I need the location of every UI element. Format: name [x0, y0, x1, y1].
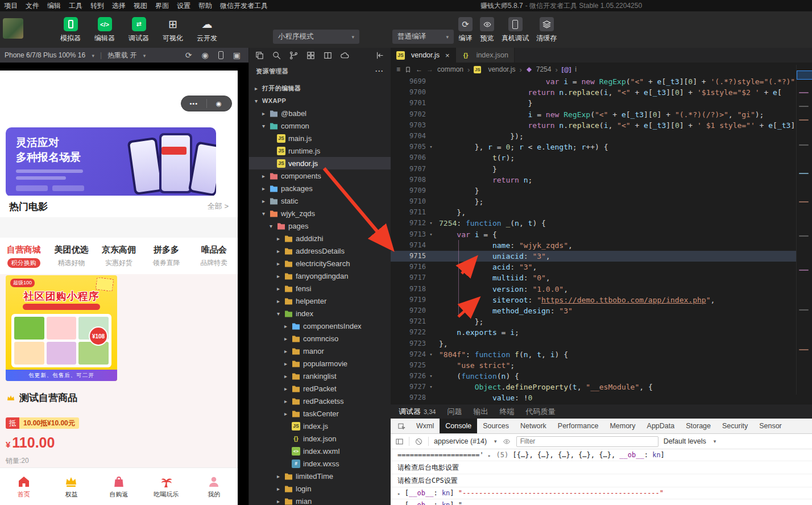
avatar[interactable]	[3, 18, 23, 39]
devtools-tab-security[interactable]: Security	[716, 419, 753, 433]
tree-wjyk_zqds[interactable]: ▾wjyk_zqds	[249, 207, 391, 220]
tree-addressDetails[interactable]: ▸addressDetails	[249, 245, 391, 257]
outline-icon[interactable]: ≡	[396, 65, 400, 73]
tabbar-item-crown[interactable]: 权益	[48, 468, 96, 505]
devtools-tab-console[interactable]: Console	[440, 419, 477, 433]
fold-arrow-icon[interactable]: ▾	[426, 382, 436, 392]
category-4[interactable]: 唯品会品牌特卖	[190, 238, 238, 274]
inspect-device-icon[interactable]	[393, 422, 411, 431]
menu-item[interactable]: 转到	[86, 1, 108, 11]
code-line-9718[interactable]: 9718 version: "1.0.0",	[391, 284, 812, 295]
context-select[interactable]: appservice (#14) ▾	[434, 437, 497, 445]
tree-limitedTime[interactable]: ▸limitedTime	[249, 470, 391, 482]
code-line-9705[interactable]: 9705▾ }, r = 0; r < e.length; r++) {	[391, 142, 812, 152]
devtools-tab-performance[interactable]: Performance	[552, 419, 604, 433]
code-line-9701[interactable]: 9701 }	[391, 98, 812, 109]
code-line-9715[interactable]: 9715 uniacid: "3",	[391, 251, 812, 262]
tree-index.wxml[interactable]: <>index.wxml	[249, 445, 391, 457]
menu-item[interactable]: 界面	[151, 1, 173, 11]
fold-arrow-icon[interactable]: ▾	[426, 142, 436, 152]
tree-redPacketss[interactable]: ▸redPacketss	[249, 395, 391, 407]
visualizer-button[interactable]: ⊞ 可视化	[158, 17, 188, 43]
console-row[interactable]: ▸ [__ob__: kn] "------------------------…	[391, 487, 812, 499]
fold-arrow-icon[interactable]: ▾	[426, 371, 436, 382]
tree-index[interactable]: ▾index	[249, 307, 391, 320]
product-name-row[interactable]: 测试自营商品	[6, 391, 77, 404]
simulator-button[interactable]: 模拟器	[56, 17, 85, 43]
extensions-icon[interactable]	[306, 51, 316, 60]
menu-item[interactable]: 工具	[65, 1, 86, 11]
code-line-9714[interactable]: 9714 name: "wjyk_zqds",	[391, 240, 812, 251]
split-editor-icon[interactable]	[323, 51, 333, 60]
hot-movies-more-link[interactable]: 全部 >	[208, 201, 229, 212]
devtools-tab-wxml[interactable]: Wxml	[411, 419, 440, 433]
code-line-9725[interactable]: 9725 "use strict";	[391, 360, 812, 371]
back-icon[interactable]: ←	[416, 65, 422, 73]
devtools-tab-sources[interactable]: Sources	[477, 419, 515, 433]
collapse-sidebar-icon[interactable]	[375, 51, 385, 60]
more-icon[interactable]: ···	[375, 67, 384, 75]
category-2[interactable]: 京东高佣实惠好货	[95, 238, 143, 274]
code-line-9711[interactable]: 9711 },	[391, 207, 812, 218]
fold-arrow-icon[interactable]: ▾	[426, 349, 436, 360]
debug-tab-debugger[interactable]: 调试器3,34	[399, 407, 436, 417]
tree-runtime.js[interactable]: JSruntime.js	[249, 144, 391, 157]
minimap-viewport[interactable]	[797, 71, 812, 80]
code-line-9720[interactable]: 9720 method_design: "3"	[391, 305, 812, 316]
phone-icon[interactable]	[218, 51, 223, 59]
menu-item[interactable]: 微信开发者工具	[216, 1, 272, 11]
code-line-9721[interactable]: 9721 };	[391, 316, 812, 327]
tree-conmnciso[interactable]: ▸conmnciso	[249, 332, 391, 345]
tree-index.js[interactable]: JSindex.js	[249, 420, 391, 432]
code-line-9716[interactable]: 9716 acid: "3",	[391, 262, 812, 272]
device-debug-button[interactable]: 真机调试	[502, 17, 529, 43]
bookmark-icon[interactable]	[404, 66, 412, 73]
compile-mode-select[interactable]: 普通编译 ▾	[392, 30, 454, 44]
files-icon[interactable]	[255, 51, 264, 60]
category-0[interactable]: 自营商城积分换购	[0, 238, 48, 274]
cloud-icon[interactable]	[340, 51, 350, 60]
clear-cache-button[interactable]: 清缓存	[536, 17, 557, 43]
refresh-icon[interactable]: ⟳	[185, 51, 192, 60]
promo-banner[interactable]: 灵活应对 多种报名场景	[6, 127, 216, 197]
tree-manor[interactable]: ▸manor	[249, 345, 391, 357]
debug-tab-output[interactable]: 输出	[473, 407, 488, 417]
live-expression-eye-icon[interactable]	[502, 438, 511, 445]
tree-adddizhi[interactable]: ▸adddizhi	[249, 232, 391, 245]
mode-select[interactable]: 小程序模式 ▾	[273, 30, 359, 44]
menu-item[interactable]: 选择	[108, 1, 130, 11]
tree-helpenter[interactable]: ▸helpenter	[249, 295, 391, 307]
tree-main.js[interactable]: JSmain.js	[249, 132, 391, 144]
code-line-9726[interactable]: 9726▾ (function(n) {	[391, 371, 812, 382]
log-levels-select[interactable]: Default levels ▾	[664, 437, 716, 445]
debug-tab-terminal[interactable]: 终端	[499, 407, 514, 417]
devtools-tab-appdata[interactable]: AppData	[641, 419, 681, 433]
more-icon[interactable]: •••	[181, 100, 206, 107]
code-line-9708[interactable]: 9708 return n;	[391, 175, 812, 185]
breadcrumb-i[interactable]: i	[575, 65, 577, 73]
tab-index-json[interactable]: {} index.json	[456, 48, 515, 63]
menu-item[interactable]: 文件	[22, 1, 43, 11]
menu-item[interactable]: 视图	[130, 1, 151, 11]
console-row[interactable]: 请检查后台CPS设置	[391, 474, 812, 487]
tree-fanyongdingdan[interactable]: ▸fanyongdingdan	[249, 270, 391, 282]
menu-item[interactable]: 编辑	[43, 1, 65, 11]
debug-tab-problems[interactable]: 问题	[447, 407, 462, 417]
device-select[interactable]: Phone 6/7/8 Plus 100% 16 ▾	[5, 51, 94, 59]
tree-fensi[interactable]: ▸fensi	[249, 282, 391, 295]
code-line-9700[interactable]: 9700 return n.replace(i, "<" + e[_t3][0]…	[391, 87, 812, 98]
code-line-9717[interactable]: 9717 multiid: "0",	[391, 272, 812, 283]
record-icon[interactable]: ◉	[202, 51, 209, 60]
tree-popularmovie[interactable]: ▸popularmovie	[249, 357, 391, 370]
menu-item[interactable]: 项目	[0, 1, 22, 11]
code-line-9703[interactable]: 9703 return n.replace(i, "<" + e[_t3][0]…	[391, 120, 812, 131]
tree-redPacket[interactable]: ▸redPacket	[249, 382, 391, 395]
git-branch-icon[interactable]	[289, 51, 299, 60]
capsule-menu[interactable]: ••• ◉	[181, 96, 232, 111]
filter-input[interactable]	[516, 436, 658, 447]
tree-vendor.js[interactable]: JSvendor.js	[249, 157, 391, 169]
devtools-tab-memory[interactable]: Memory	[604, 419, 641, 433]
fold-arrow-icon[interactable]: ▾	[426, 218, 436, 229]
clear-console-icon[interactable]	[415, 437, 423, 446]
preview-button[interactable]: 预览	[480, 17, 494, 43]
